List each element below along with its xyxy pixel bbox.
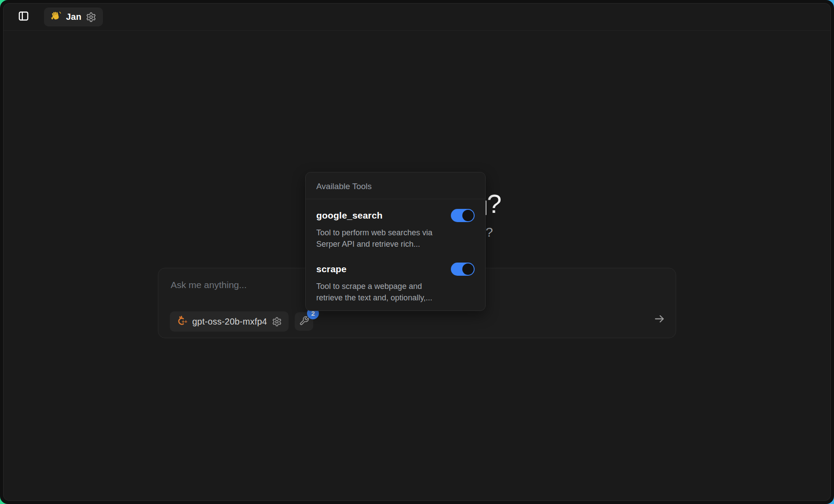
tools-button[interactable]: 2 [295, 312, 313, 331]
tool-item-scrape: scrape Tool to scrape a webpage and retr… [316, 263, 475, 303]
assistant-settings-gear-icon[interactable] [86, 12, 96, 22]
tool-description: Tool to scrape a webpage and retrieve th… [316, 281, 450, 303]
popover-body: google_search Tool to perform web search… [306, 199, 485, 313]
svg-text:++: ++ [182, 318, 187, 324]
tool-name: google_search [316, 210, 383, 221]
available-tools-popover: Available Tools google_search Tool to pe… [305, 172, 486, 311]
popover-header: Available Tools [306, 172, 485, 199]
desktop: Jan ? ? [0, 0, 834, 504]
llamacpp-icon: ++ [176, 315, 187, 329]
model-settings-gear-icon[interactable] [272, 317, 282, 327]
hero-heading-fragment: ? [487, 189, 501, 219]
assistant-selector[interactable]: Jan [44, 7, 103, 26]
tool-item-google-search: google_search Tool to perform web search… [316, 209, 475, 250]
titlebar: Jan [4, 4, 830, 31]
wrench-icon [299, 316, 309, 328]
tool-description: Tool to perform web searches via Serper … [316, 227, 450, 250]
arrow-right-icon [653, 313, 666, 327]
tool-toggle-scrape[interactable] [451, 263, 475, 276]
tool-toggle-google-search[interactable] [451, 209, 475, 222]
chat-empty-state: ? ? [4, 31, 830, 500]
toggle-knob [462, 263, 474, 275]
panel-left-icon [18, 10, 29, 24]
model-selector[interactable]: ++ gpt-oss-20b-mxfp4 [170, 311, 289, 332]
assistant-name: Jan [66, 12, 81, 22]
waving-hand-icon [51, 11, 62, 23]
popover-title: Available Tools [316, 182, 475, 191]
sidebar-toggle-button[interactable] [16, 10, 31, 25]
model-name: gpt-oss-20b-mxfp4 [192, 317, 267, 327]
composer-toolbar: ++ gpt-oss-20b-mxfp4 [170, 311, 313, 332]
toggle-knob [462, 210, 474, 221]
tool-name: scrape [316, 264, 347, 274]
send-button[interactable] [652, 312, 667, 327]
app-window: Jan ? ? [3, 3, 831, 501]
hero-subtext-fragment: ? [486, 225, 493, 240]
